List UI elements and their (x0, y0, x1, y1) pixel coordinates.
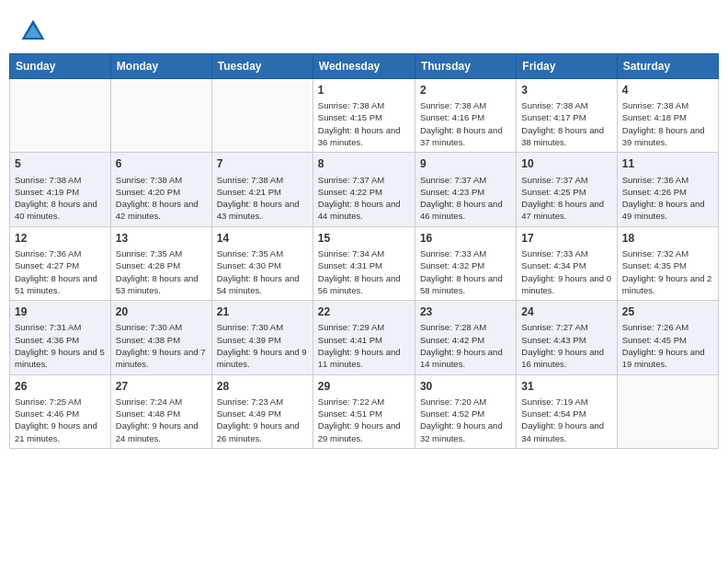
calendar-week-row: 1Sunrise: 7:38 AM Sunset: 4:15 PM Daylig… (10, 79, 719, 153)
calendar-cell: 8Sunrise: 7:37 AM Sunset: 4:22 PM Daylig… (313, 153, 415, 226)
day-number: 17 (521, 231, 611, 246)
day-number: 25 (622, 304, 713, 319)
day-number: 21 (217, 304, 308, 319)
logo (18, 17, 51, 46)
day-info: Sunrise: 7:37 AM Sunset: 4:25 PM Dayligh… (521, 174, 611, 223)
calendar-cell: 2Sunrise: 7:38 AM Sunset: 4:16 PM Daylig… (415, 79, 516, 153)
day-info: Sunrise: 7:31 AM Sunset: 4:36 PM Dayligh… (15, 321, 106, 370)
calendar-cell: 1Sunrise: 7:38 AM Sunset: 4:15 PM Daylig… (313, 79, 415, 153)
day-info: Sunrise: 7:33 AM Sunset: 4:34 PM Dayligh… (521, 247, 611, 296)
day-info: Sunrise: 7:38 AM Sunset: 4:17 PM Dayligh… (521, 99, 611, 148)
calendar-header: SundayMondayTuesdayWednesdayThursdayFrid… (10, 54, 719, 79)
calendar-cell: 5Sunrise: 7:38 AM Sunset: 4:19 PM Daylig… (10, 153, 111, 226)
day-info: Sunrise: 7:34 AM Sunset: 4:31 PM Dayligh… (318, 247, 410, 296)
day-info: Sunrise: 7:28 AM Sunset: 4:42 PM Dayligh… (420, 321, 511, 370)
day-info: Sunrise: 7:37 AM Sunset: 4:22 PM Dayligh… (318, 174, 410, 223)
day-info: Sunrise: 7:26 AM Sunset: 4:45 PM Dayligh… (622, 321, 713, 370)
day-info: Sunrise: 7:37 AM Sunset: 4:23 PM Dayligh… (420, 174, 511, 223)
calendar-week-row: 26Sunrise: 7:25 AM Sunset: 4:46 PM Dayli… (10, 374, 719, 448)
weekday-header-row: SundayMondayTuesdayWednesdayThursdayFrid… (10, 54, 719, 79)
day-info: Sunrise: 7:30 AM Sunset: 4:39 PM Dayligh… (217, 321, 308, 370)
day-number: 31 (521, 379, 611, 394)
day-number: 12 (15, 231, 106, 246)
day-info: Sunrise: 7:35 AM Sunset: 4:28 PM Dayligh… (116, 247, 207, 296)
day-number: 22 (318, 304, 410, 319)
calendar-week-row: 12Sunrise: 7:36 AM Sunset: 4:27 PM Dayli… (10, 226, 719, 300)
calendar-cell: 22Sunrise: 7:29 AM Sunset: 4:41 PM Dayli… (313, 301, 415, 374)
day-info: Sunrise: 7:23 AM Sunset: 4:49 PM Dayligh… (217, 396, 308, 444)
calendar-cell: 11Sunrise: 7:36 AM Sunset: 4:26 PM Dayli… (617, 153, 718, 226)
day-number: 11 (622, 156, 713, 171)
weekday-header: Saturday (617, 54, 718, 79)
calendar-cell: 3Sunrise: 7:38 AM Sunset: 4:17 PM Daylig… (517, 79, 617, 153)
day-number: 9 (420, 156, 511, 171)
header (0, 0, 728, 53)
calendar-wrapper: SundayMondayTuesdayWednesdayThursdayFrid… (0, 53, 728, 458)
weekday-header: Sunday (10, 54, 111, 79)
day-info: Sunrise: 7:25 AM Sunset: 4:46 PM Dayligh… (15, 396, 106, 444)
calendar-cell: 7Sunrise: 7:38 AM Sunset: 4:21 PM Daylig… (211, 153, 313, 226)
day-number: 27 (116, 379, 207, 394)
day-number: 24 (521, 304, 611, 319)
calendar-cell: 23Sunrise: 7:28 AM Sunset: 4:42 PM Dayli… (415, 301, 516, 374)
day-info: Sunrise: 7:38 AM Sunset: 4:15 PM Dayligh… (318, 99, 410, 148)
calendar-cell: 18Sunrise: 7:32 AM Sunset: 4:35 PM Dayli… (617, 226, 718, 300)
day-number: 8 (318, 156, 410, 171)
calendar-cell (10, 79, 111, 153)
calendar-cell: 24Sunrise: 7:27 AM Sunset: 4:43 PM Dayli… (517, 301, 617, 374)
calendar-cell (617, 374, 718, 448)
day-number: 23 (420, 304, 511, 319)
weekday-header: Tuesday (211, 54, 313, 79)
calendar-cell: 14Sunrise: 7:35 AM Sunset: 4:30 PM Dayli… (211, 226, 313, 300)
weekday-header: Friday (517, 54, 617, 79)
day-number: 30 (420, 379, 511, 394)
day-number: 13 (116, 231, 207, 246)
calendar-cell (110, 79, 211, 153)
day-info: Sunrise: 7:38 AM Sunset: 4:20 PM Dayligh… (116, 174, 207, 223)
calendar-cell: 29Sunrise: 7:22 AM Sunset: 4:51 PM Dayli… (313, 374, 415, 448)
calendar-cell: 4Sunrise: 7:38 AM Sunset: 4:18 PM Daylig… (617, 79, 718, 153)
day-number: 6 (116, 156, 207, 171)
day-number: 20 (116, 304, 207, 319)
calendar-cell: 30Sunrise: 7:20 AM Sunset: 4:52 PM Dayli… (415, 374, 516, 448)
weekday-header: Monday (110, 54, 211, 79)
day-number: 19 (15, 304, 106, 319)
day-info: Sunrise: 7:27 AM Sunset: 4:43 PM Dayligh… (521, 321, 611, 370)
day-number: 29 (318, 379, 410, 394)
calendar-cell: 20Sunrise: 7:30 AM Sunset: 4:38 PM Dayli… (110, 301, 211, 374)
calendar-week-row: 19Sunrise: 7:31 AM Sunset: 4:36 PM Dayli… (10, 301, 719, 374)
calendar-cell: 21Sunrise: 7:30 AM Sunset: 4:39 PM Dayli… (211, 301, 313, 374)
calendar-cell: 17Sunrise: 7:33 AM Sunset: 4:34 PM Dayli… (517, 226, 617, 300)
calendar-cell: 27Sunrise: 7:24 AM Sunset: 4:48 PM Dayli… (110, 374, 211, 448)
calendar-body: 1Sunrise: 7:38 AM Sunset: 4:15 PM Daylig… (10, 79, 719, 449)
calendar-cell: 26Sunrise: 7:25 AM Sunset: 4:46 PM Dayli… (10, 374, 111, 448)
day-info: Sunrise: 7:32 AM Sunset: 4:35 PM Dayligh… (622, 247, 713, 296)
day-info: Sunrise: 7:36 AM Sunset: 4:26 PM Dayligh… (622, 174, 713, 223)
calendar-cell: 31Sunrise: 7:19 AM Sunset: 4:54 PM Dayli… (517, 374, 617, 448)
calendar-cell: 12Sunrise: 7:36 AM Sunset: 4:27 PM Dayli… (10, 226, 111, 300)
day-number: 28 (217, 379, 308, 394)
day-info: Sunrise: 7:22 AM Sunset: 4:51 PM Dayligh… (318, 396, 410, 444)
day-info: Sunrise: 7:33 AM Sunset: 4:32 PM Dayligh… (420, 247, 511, 296)
day-info: Sunrise: 7:20 AM Sunset: 4:52 PM Dayligh… (420, 396, 511, 444)
calendar-cell: 10Sunrise: 7:37 AM Sunset: 4:25 PM Dayli… (517, 153, 617, 226)
day-number: 4 (622, 83, 713, 98)
day-number: 5 (15, 156, 106, 171)
weekday-header: Thursday (415, 54, 516, 79)
calendar-cell: 16Sunrise: 7:33 AM Sunset: 4:32 PM Dayli… (415, 226, 516, 300)
day-number: 26 (15, 379, 106, 394)
day-number: 10 (521, 156, 611, 171)
day-number: 3 (521, 83, 611, 98)
day-info: Sunrise: 7:24 AM Sunset: 4:48 PM Dayligh… (116, 396, 207, 444)
day-number: 2 (420, 83, 511, 98)
page: SundayMondayTuesdayWednesdayThursdayFrid… (0, 0, 728, 563)
day-info: Sunrise: 7:36 AM Sunset: 4:27 PM Dayligh… (15, 247, 106, 296)
calendar-cell: 25Sunrise: 7:26 AM Sunset: 4:45 PM Dayli… (617, 301, 718, 374)
day-info: Sunrise: 7:38 AM Sunset: 4:16 PM Dayligh… (420, 99, 511, 148)
day-info: Sunrise: 7:38 AM Sunset: 4:18 PM Dayligh… (622, 99, 713, 148)
calendar-cell: 9Sunrise: 7:37 AM Sunset: 4:23 PM Daylig… (415, 153, 516, 226)
day-info: Sunrise: 7:19 AM Sunset: 4:54 PM Dayligh… (521, 396, 611, 444)
day-info: Sunrise: 7:35 AM Sunset: 4:30 PM Dayligh… (217, 247, 308, 296)
day-info: Sunrise: 7:38 AM Sunset: 4:21 PM Dayligh… (217, 174, 308, 223)
calendar-table: SundayMondayTuesdayWednesdayThursdayFrid… (9, 53, 719, 449)
